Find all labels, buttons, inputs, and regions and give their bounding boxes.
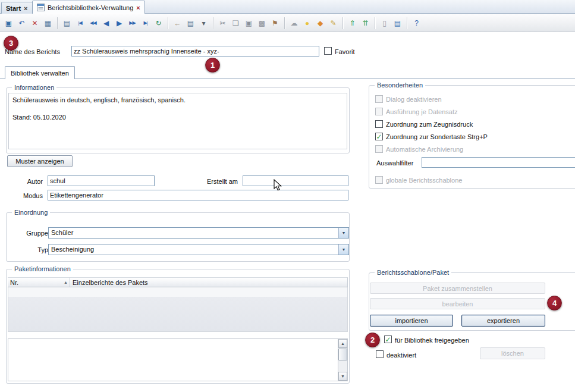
report-export-dropdown-icon[interactable]: ▾ <box>197 17 210 30</box>
refresh-icon[interactable]: ↻ <box>152 17 165 30</box>
deaktiviert-label: deaktiviert <box>387 352 416 359</box>
horn-icon[interactable]: ◆ <box>314 17 326 30</box>
library-import-icon[interactable]: ⇑ <box>346 17 359 30</box>
checkbox-zuordnung-zur-sondertaste-strg-p[interactable]: ✓ <box>375 133 383 140</box>
report-window-icon <box>37 4 45 11</box>
checkbox-label-zuordnung-zur-sondertaste-strg-p: Zuordnung zur Sondertaste Strg+P <box>386 133 488 140</box>
panel-top-border <box>0 79 575 79</box>
besonderheiten-checkbox-list: Dialog deaktivierenAusführung je Datensa… <box>375 93 488 155</box>
cut-icon[interactable]: ✂ <box>216 17 229 30</box>
paste-icon[interactable]: ▣ <box>243 17 255 30</box>
next-record-icon[interactable]: ▶ <box>113 17 125 30</box>
checkbox-label-ausfuehrung-je-datensatz: Ausführung je Datensatz <box>386 108 457 115</box>
fast-back-icon[interactable]: ◀◀ <box>87 17 99 30</box>
checkbox-ausfuehrung-je-datensatz <box>375 108 383 115</box>
paket-zusammenstellen-button: Paket zusammenstellen <box>370 283 545 294</box>
column-header-nr-label: Nr. <box>10 279 18 286</box>
edit-dataset-icon[interactable]: ▦ <box>42 17 54 30</box>
tab-bibliothek-verwalten[interactable]: Bibliothek verwalten <box>5 66 75 79</box>
tab-bibliothek-verwalten-label: Bibliothek verwalten <box>11 70 69 77</box>
toolbar-separator <box>407 17 407 29</box>
mouse-cursor <box>274 179 282 192</box>
undo-icon[interactable]: ↶ <box>15 17 28 30</box>
toolbar-separator <box>343 17 343 29</box>
scroll-down-icon[interactable]: ▼ <box>338 372 347 381</box>
column-header-einzelberichte-label: Einzelberichte des Pakets <box>73 279 148 286</box>
bearbeiten-button: bearbeiten <box>370 298 545 309</box>
typ-label: Typ <box>15 246 48 253</box>
delete-icon[interactable]: ✕ <box>29 17 41 30</box>
einordnung-group: Einordnung Gruppe Schüler ▼ Typ Beschein… <box>6 212 350 262</box>
library-export-icon[interactable]: ⇈ <box>359 17 372 30</box>
fast-forward-icon[interactable]: ▶▶ <box>126 17 139 30</box>
beschreibung-line2: Stand: 05.10.2020 <box>12 113 343 121</box>
report-export-icon[interactable]: ▤ <box>184 17 197 30</box>
datasheet-icon[interactable]: ▤ <box>61 17 73 30</box>
help-icon[interactable]: ? <box>410 17 423 30</box>
notes-scrollbar[interactable]: ▲ ▼ <box>338 339 347 381</box>
gruppe-combobox[interactable]: Schüler ▼ <box>48 227 349 239</box>
column-header-einzelberichte[interactable]: Einzelberichte des Pakets <box>70 277 348 287</box>
back-icon[interactable]: ← <box>171 17 184 30</box>
save-icon[interactable]: ▣ <box>2 17 15 30</box>
checkbox-row-globale-berichtsschablone: globale Berichtsschablone <box>375 174 462 186</box>
previous-record-icon[interactable]: ◀ <box>100 17 112 30</box>
checkbox-zuordnung-zum-zeugnisdruck[interactable] <box>375 120 383 128</box>
typ-dropdown-icon[interactable]: ▼ <box>338 244 348 255</box>
beschreibung-textarea[interactable]: Schülerausweis in deutsch, englisch, fra… <box>8 93 347 149</box>
checkbox-automatische-archivierung <box>375 145 383 153</box>
freigegeben-checkbox[interactable]: ✓ <box>384 335 392 343</box>
tab-start-close-icon[interactable]: × <box>24 5 27 12</box>
annotation-3: 3 <box>4 36 18 51</box>
paket-table-body[interactable] <box>8 287 348 332</box>
last-record-icon[interactable]: ▶| <box>139 17 152 30</box>
informationen-legend: Informationen <box>12 84 56 91</box>
first-record-icon[interactable]: |◀ <box>74 17 86 30</box>
gruppe-dropdown-icon[interactable]: ▼ <box>338 228 348 238</box>
checkbox-globale-berichtsschablone <box>375 176 383 184</box>
scrollbar-thumb[interactable] <box>338 349 347 360</box>
muster-anzeigen-button[interactable]: Muster anzeigen <box>7 155 73 167</box>
tab-start[interactable]: Start × <box>1 2 33 14</box>
modus-input[interactable] <box>48 190 348 200</box>
toolbar-separator <box>375 17 375 29</box>
auswahlfilter-input[interactable] <box>422 157 575 168</box>
paket-notes-box[interactable]: ▲ ▼ <box>8 338 348 381</box>
report-name-input[interactable] <box>71 46 319 57</box>
annotation-4: 4 <box>547 296 562 311</box>
cloud-icon[interactable]: ☁ <box>288 17 300 30</box>
report-page-icon[interactable]: ▤ <box>391 17 404 30</box>
favorit-checkbox[interactable] <box>324 47 332 55</box>
tab-start-label: Start <box>6 5 21 12</box>
tab-berichtsbibliothek-close-icon[interactable]: × <box>136 4 140 11</box>
freigegeben-label: für Bibliothek freigegeben <box>395 337 469 344</box>
marker-icon[interactable]: ✎ <box>327 17 340 30</box>
checkbox-label-dialog-deaktivieren: Dialog deaktivieren <box>386 96 442 103</box>
paket-table-header: Nr. ▲ Einzelberichte des Pakets <box>8 277 348 287</box>
checkbox-row-ausfuehrung-je-datensatz: Ausführung je Datensatz <box>375 105 488 118</box>
einordnung-legend: Einordnung <box>12 209 50 216</box>
column-header-nr[interactable]: Nr. ▲ <box>8 277 70 287</box>
typ-combobox[interactable]: Bescheinigung ▼ <box>48 244 349 255</box>
page-icon[interactable]: ▯ <box>378 17 391 30</box>
checkbox-row-automatische-archivierung: Automatische Archivierung <box>375 143 488 155</box>
autor-input[interactable] <box>48 175 155 186</box>
checkbox-row-zuordnung-zur-sondertaste-strg-p[interactable]: ✓Zuordnung zur Sondertaste Strg+P <box>375 130 488 143</box>
scroll-up-icon[interactable]: ▲ <box>338 339 347 348</box>
bulb-icon[interactable]: ● <box>301 17 313 30</box>
erstellt-am-input[interactable] <box>243 175 348 186</box>
exportieren-button[interactable]: exportieren <box>461 315 545 327</box>
toolbar-separator <box>57 17 58 29</box>
copy-icon[interactable]: ❏ <box>230 17 242 30</box>
loeschen-button: löschen <box>480 347 545 359</box>
stamp-icon[interactable]: ⚑ <box>269 17 281 30</box>
checkbox-dialog-deaktivieren <box>375 95 383 103</box>
document-tabstrip: Start × Berichtsbibliothek-Verwaltung × <box>0 0 575 14</box>
tab-berichtsbibliothek[interactable]: Berichtsbibliothek-Verwaltung × <box>32 1 145 14</box>
paste-special-icon[interactable]: ▩ <box>256 17 268 30</box>
importieren-button[interactable]: importieren <box>370 315 453 327</box>
toolbar-separator <box>168 17 168 29</box>
deaktiviert-checkbox[interactable] <box>376 350 384 358</box>
checkbox-row-zuordnung-zum-zeugnisdruck[interactable]: Zuordnung zum Zeugnisdruck <box>375 118 488 130</box>
app-window: Start × Berichtsbibliothek-Verwaltung × … <box>0 0 575 392</box>
